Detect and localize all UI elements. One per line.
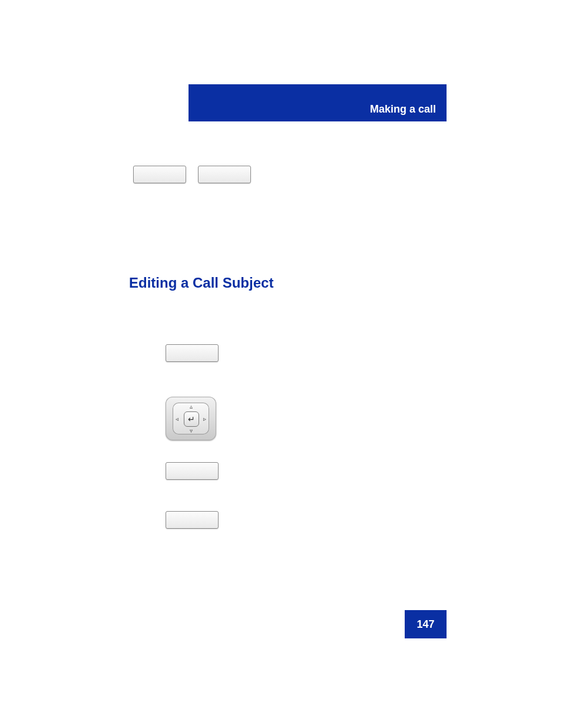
instruction3-softkey <box>166 462 219 482</box>
header-band: Making a call <box>189 84 447 121</box>
softkey-button[interactable] <box>166 511 219 529</box>
softkey-button-right[interactable] <box>198 166 251 183</box>
section-heading: Editing a Call Subject <box>129 275 273 291</box>
page-number-box: 147 <box>405 610 447 638</box>
page-root: Making a call Editing a Call Subject ▵ ▿… <box>0 0 562 728</box>
right-arrow-icon: ▹ <box>203 416 206 422</box>
left-arrow-icon: ◃ <box>176 416 178 422</box>
running-header: Making a call <box>370 103 436 116</box>
instruction1-softkey <box>166 344 219 364</box>
softkey-button[interactable] <box>166 344 219 362</box>
navigation-pad[interactable]: ▵ ▿ ◃ ▹ ↵ <box>166 397 216 440</box>
down-arrow-icon: ▿ <box>190 427 193 434</box>
up-arrow-icon: ▵ <box>190 403 193 410</box>
page-number: 147 <box>416 618 434 631</box>
step2-softkeys <box>133 166 251 186</box>
instruction4-softkey <box>166 511 219 531</box>
enter-key-icon: ↵ <box>184 411 199 427</box>
softkey-button[interactable] <box>166 462 219 480</box>
softkey-button-left[interactable] <box>133 166 186 183</box>
